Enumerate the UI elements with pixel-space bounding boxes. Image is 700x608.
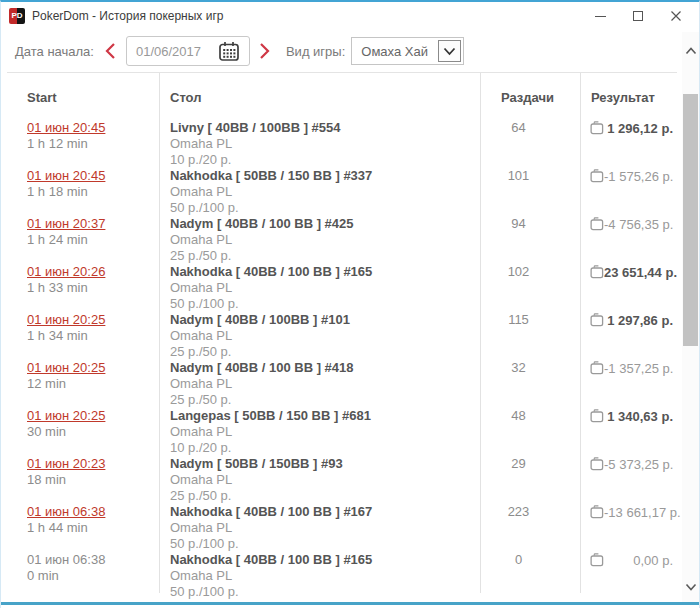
table-name: Nakhodka [ 40BB / 100 BB ] #165 bbox=[170, 264, 480, 280]
hands-count: 64 bbox=[480, 113, 580, 161]
chevron-left-icon bbox=[105, 42, 116, 60]
result-amount: 0,00 р. bbox=[633, 553, 673, 568]
scrollbar-thumb[interactable] bbox=[683, 94, 698, 346]
hands-count: 223 bbox=[480, 497, 580, 545]
pokerdom-logo-icon: PD bbox=[9, 8, 25, 24]
receipt-icon bbox=[590, 265, 604, 279]
receipt-icon bbox=[590, 505, 604, 519]
minimize-button[interactable] bbox=[593, 9, 607, 23]
filter-toolbar: Дата начала: 01/06/2017 Вид игры: Омаха … bbox=[1, 30, 699, 72]
receipt-icon bbox=[590, 121, 604, 135]
session-duration: 0 min bbox=[27, 568, 159, 584]
session-duration: 30 min bbox=[27, 424, 159, 440]
receipt-icon bbox=[590, 169, 604, 183]
game-type: Omaha PL bbox=[170, 376, 480, 392]
date-label: Дата начала: bbox=[15, 44, 94, 59]
result-amount: 23 651,44 р. bbox=[604, 265, 677, 280]
session-start-link[interactable]: 01 июн 20:37 bbox=[27, 216, 105, 232]
hands-count: 102 bbox=[480, 257, 580, 305]
table-name: Nadym [ 40BB / 100BB ] #101 bbox=[170, 312, 480, 328]
table-row: 01 июн 20:26 1 h 33 min Nakhodka [ 40BB … bbox=[1, 257, 683, 305]
maximize-button[interactable] bbox=[631, 9, 645, 23]
history-table-body: 01 июн 20:45 1 h 12 min Livny [ 40BB / 1… bbox=[1, 113, 683, 593]
header-result: Результат bbox=[580, 73, 683, 113]
table-name: Nakhodka [ 50BB / 150 BB ] #337 bbox=[170, 168, 480, 184]
table-row: 01 июн 20:45 1 h 18 min Nakhodka [ 50BB … bbox=[1, 161, 683, 209]
header-hands: Раздачи bbox=[480, 73, 580, 113]
session-start-link[interactable]: 01 июн 06:38 bbox=[27, 504, 105, 520]
session-result: -13 661,17 р. bbox=[581, 504, 683, 520]
result-amount: -5 373,25 р. bbox=[604, 457, 673, 472]
table-row: 01 июн 06:38 1 h 44 min Nakhodka [ 40BB … bbox=[1, 497, 683, 545]
chevron-down-icon bbox=[443, 47, 456, 56]
window-title: PokerDom - История покерных игр bbox=[32, 9, 223, 23]
close-button[interactable] bbox=[669, 9, 683, 23]
result-amount: -1 575,26 р. bbox=[604, 169, 673, 184]
result-amount: -1 357,25 р. bbox=[604, 361, 673, 376]
hands-count: 0 bbox=[480, 545, 580, 593]
header-table: Стол bbox=[159, 73, 480, 113]
game-type-label: Вид игры: bbox=[286, 44, 345, 59]
session-start-link[interactable]: 01 июн 20:25 bbox=[27, 408, 105, 424]
game-type: Omaha PL bbox=[170, 568, 480, 584]
table-header-row: Start Стол Раздачи Результат bbox=[1, 73, 683, 113]
session-start-link[interactable]: 01 июн 20:45 bbox=[27, 120, 105, 136]
header-start: Start bbox=[1, 73, 159, 113]
calendar-icon[interactable] bbox=[218, 41, 240, 62]
result-amount: 1 340,63 р. bbox=[607, 409, 673, 424]
table-row: 01 июн 20:25 30 min Langepas [ 50BB / 15… bbox=[1, 401, 683, 449]
session-result: -4 756,35 р. bbox=[581, 216, 683, 232]
table-row: 01 июн 20:25 12 min Nadym [ 40BB / 100 B… bbox=[1, 353, 683, 401]
hands-count: 48 bbox=[480, 401, 580, 449]
vertical-scrollbar[interactable] bbox=[682, 32, 699, 604]
session-duration: 1 h 12 min bbox=[27, 136, 159, 152]
game-type: Omaha PL bbox=[170, 328, 480, 344]
game-type-select[interactable]: Омаха Хай bbox=[351, 37, 464, 65]
table-name: Nakhodka [ 40BB / 100 BB ] #167 bbox=[170, 504, 480, 520]
session-result: 0,00 р. bbox=[581, 552, 683, 568]
session-duration: 1 h 34 min bbox=[27, 328, 159, 344]
result-amount: 1 297,86 р. bbox=[607, 313, 673, 328]
table-name: Langepas [ 50BB / 150 BB ] #681 bbox=[170, 408, 480, 424]
receipt-icon bbox=[590, 313, 604, 327]
session-result: 1 297,86 р. bbox=[581, 312, 683, 328]
receipt-icon bbox=[590, 553, 604, 567]
session-start-link[interactable]: 01 июн 20:26 bbox=[27, 264, 105, 280]
table-row: 01 июн 20:37 1 h 24 min Nadym [ 40BB / 1… bbox=[1, 209, 683, 257]
session-result: 1 340,63 р. bbox=[581, 408, 683, 424]
game-type: Omaha PL bbox=[170, 280, 480, 296]
hands-count: 29 bbox=[480, 449, 580, 497]
window-controls bbox=[593, 9, 689, 23]
dropdown-button[interactable] bbox=[438, 40, 461, 62]
scroll-down-button[interactable] bbox=[682, 576, 699, 598]
hands-count: 32 bbox=[480, 353, 580, 401]
logo-letters: PD bbox=[11, 12, 22, 20]
hands-count: 101 bbox=[480, 161, 580, 209]
game-type: Omaha PL bbox=[170, 184, 480, 200]
session-duration: 18 min bbox=[27, 472, 159, 488]
maximize-icon bbox=[633, 11, 643, 21]
date-input[interactable]: 01/06/2017 bbox=[126, 36, 250, 66]
stakes: 50 р./100 р. bbox=[170, 584, 480, 600]
game-type-value: Омаха Хай bbox=[354, 44, 438, 59]
session-start-link[interactable]: 01 июн 20:45 bbox=[27, 168, 105, 184]
session-start-link[interactable]: 01 июн 20:25 bbox=[27, 360, 105, 376]
session-duration: 1 h 18 min bbox=[27, 184, 159, 200]
receipt-icon bbox=[590, 409, 604, 423]
table-name: Livny [ 40BB / 100BB ] #554 bbox=[170, 120, 480, 136]
session-result: 1 296,12 р. bbox=[581, 120, 683, 136]
history-table: Start Стол Раздачи Результат 01 июн 20:4… bbox=[1, 73, 683, 608]
session-result: -5 373,25 р. bbox=[581, 456, 683, 472]
date-value: 01/06/2017 bbox=[136, 44, 208, 59]
session-result: -1 357,25 р. bbox=[581, 360, 683, 376]
minimize-icon bbox=[595, 16, 606, 17]
session-start-link[interactable]: 01 июн 20:25 bbox=[27, 312, 105, 328]
receipt-icon bbox=[590, 361, 604, 375]
result-amount: -4 756,35 р. bbox=[604, 217, 673, 232]
session-start-link[interactable]: 01 июн 20:23 bbox=[27, 456, 105, 472]
next-day-button[interactable] bbox=[256, 39, 274, 63]
receipt-icon bbox=[590, 457, 604, 471]
game-type: Omaha PL bbox=[170, 232, 480, 248]
previous-day-button[interactable] bbox=[102, 39, 120, 63]
scroll-up-button[interactable] bbox=[682, 40, 699, 62]
